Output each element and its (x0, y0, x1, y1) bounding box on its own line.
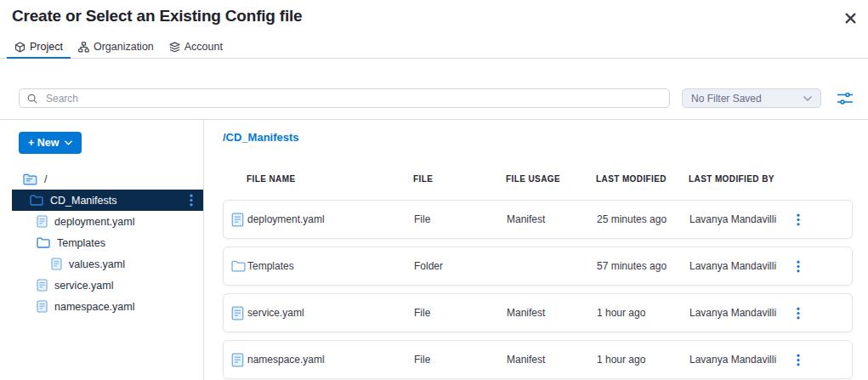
kebab-menu-icon[interactable] (190, 194, 193, 207)
file-type-cell: File (414, 354, 507, 366)
file-type-cell: File (414, 213, 507, 225)
organization-icon (78, 42, 89, 53)
open-folder-icon (23, 173, 37, 185)
file-icon (224, 213, 247, 227)
new-button[interactable]: + New (19, 132, 82, 154)
file-name-cell: Templates (247, 260, 414, 272)
close-icon (845, 13, 856, 24)
file-usage-cell: Manifest (507, 213, 597, 225)
kebab-menu-icon[interactable] (793, 307, 852, 320)
file-name-cell: service.yaml (247, 307, 414, 319)
breadcrumb[interactable]: /CD_Manifests (223, 131, 299, 144)
col-last-modified: LAST MODIFIED (596, 174, 689, 184)
tree-item-label: deployment.yaml (54, 216, 135, 228)
file-tree: / CD_Manifests deployment.yaml (0, 168, 203, 317)
tree-item[interactable]: namespace.yaml (12, 296, 203, 317)
last-modified-cell: 1 hour ago (597, 354, 689, 366)
search-icon (26, 93, 38, 105)
table-row[interactable]: deployment.yaml File Manifest 25 minutes… (223, 200, 853, 239)
col-file: FILE (413, 174, 506, 184)
tab-label: Organization (94, 41, 154, 53)
file-icon (51, 258, 62, 270)
page-title: Create or Select an Existing Config file (12, 7, 302, 26)
last-modified-cell: 1 hour ago (597, 307, 689, 319)
tree-item[interactable]: CD_Manifests (12, 190, 203, 211)
new-button-label: + New (28, 137, 59, 149)
filter-dropdown[interactable]: No Filter Saved (682, 88, 821, 108)
tree-item[interactable]: / (12, 168, 203, 190)
scope-tabs: Project Organization Account (0, 36, 868, 59)
filter-settings-button[interactable] (837, 90, 854, 107)
folder-icon (224, 260, 247, 272)
file-type-cell: File (414, 307, 507, 319)
tree-item[interactable]: service.yaml (12, 275, 203, 296)
folder-icon (30, 195, 43, 206)
folder-icon (37, 237, 50, 248)
search-input[interactable] (44, 92, 662, 105)
col-file-usage: FILE USAGE (506, 174, 596, 184)
search-input-wrapper (19, 88, 670, 108)
file-table-body: deployment.yaml File Manifest 25 minutes… (223, 200, 853, 380)
file-icon (37, 279, 48, 292)
tree-item-label: Templates (57, 237, 105, 249)
file-table-panel: /CD_Manifests FILE NAME FILE FILE USAGE … (204, 120, 868, 380)
last-modified-by-cell: Lavanya Mandavilli (689, 354, 793, 366)
content-area: + New / CD_Manifests (0, 119, 868, 380)
filter-dropdown-value: No Filter Saved (691, 93, 762, 105)
kebab-menu-icon[interactable] (793, 354, 852, 366)
col-file-name: FILE NAME (247, 174, 413, 184)
file-icon (224, 306, 247, 320)
file-name-cell: namespace.yaml (247, 354, 414, 366)
tab-label: Project (30, 41, 63, 53)
file-usage-cell: Manifest (507, 307, 597, 319)
col-last-modified-by: LAST MODIFIED BY (689, 174, 792, 184)
file-usage-cell: Manifest (507, 354, 597, 366)
table-header: FILE NAME FILE FILE USAGE LAST MODIFIED … (223, 174, 853, 184)
table-row[interactable]: Templates Folder 57 minutes ago Lavanya … (223, 247, 853, 286)
kebab-menu-icon[interactable] (793, 213, 852, 226)
tab-label: Account (184, 41, 223, 53)
last-modified-by-cell: Lavanya Mandavilli (689, 260, 793, 272)
close-button[interactable] (841, 9, 859, 27)
file-icon (37, 215, 48, 228)
last-modified-cell: 25 minutes ago (597, 213, 689, 225)
chevron-down-icon (65, 140, 72, 145)
tree-item-label: CD_Manifests (50, 195, 117, 207)
kebab-menu-icon[interactable] (793, 260, 852, 273)
project-icon (14, 42, 26, 53)
modal-header: Create or Select an Existing Config file (0, 0, 868, 36)
last-modified-cell: 57 minutes ago (597, 260, 689, 272)
tree-item-label: service.yaml (54, 280, 113, 292)
file-type-cell: Folder (414, 260, 507, 272)
table-row[interactable]: namespace.yaml File Manifest 1 hour ago … (223, 340, 853, 379)
file-tree-panel: + New / CD_Manifests (0, 120, 204, 380)
file-icon (224, 353, 247, 367)
tab-project[interactable]: Project (7, 36, 71, 58)
tab-account[interactable]: Account (162, 36, 230, 58)
tree-item-label: values.yaml (69, 258, 125, 270)
tree-item[interactable]: Templates (12, 232, 203, 253)
last-modified-by-cell: Lavanya Mandavilli (689, 307, 793, 319)
account-icon (169, 42, 180, 53)
chevron-down-icon (803, 96, 812, 101)
config-file-modal: Create or Select an Existing Config file… (0, 0, 868, 380)
toolbar: No Filter Saved (0, 88, 868, 111)
table-row[interactable]: service.yaml File Manifest 1 hour ago La… (223, 293, 853, 332)
tree-item[interactable]: deployment.yaml (12, 211, 203, 232)
filter-icon (837, 93, 853, 105)
tree-item-label: namespace.yaml (54, 301, 135, 313)
last-modified-by-cell: Lavanya Mandavilli (689, 213, 793, 225)
tree-item-label: / (44, 173, 47, 185)
file-name-cell: deployment.yaml (247, 213, 414, 225)
tree-item[interactable]: values.yaml (12, 253, 203, 275)
file-icon (37, 300, 48, 313)
tab-organization[interactable]: Organization (71, 36, 162, 58)
